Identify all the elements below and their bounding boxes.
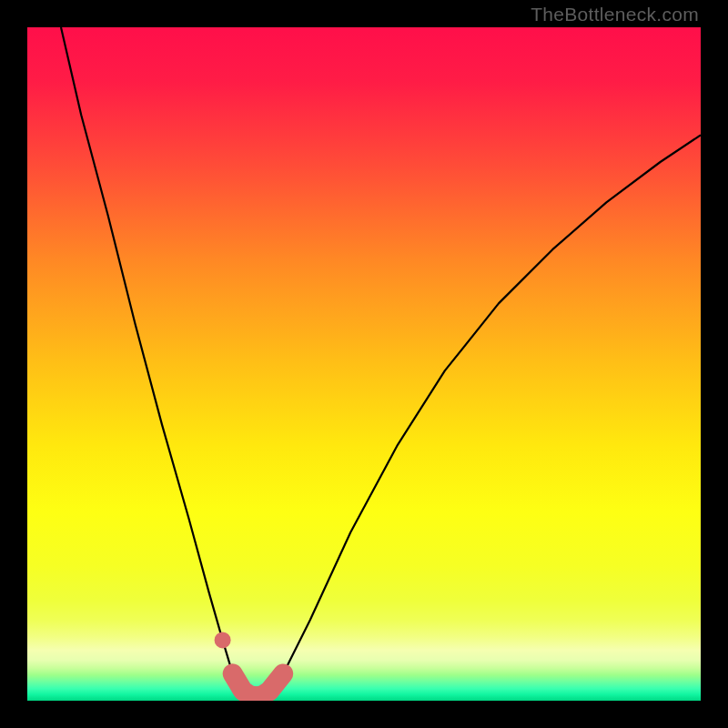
chart-frame xyxy=(0,0,728,728)
watermark: TheBottleneck.com xyxy=(531,4,699,25)
